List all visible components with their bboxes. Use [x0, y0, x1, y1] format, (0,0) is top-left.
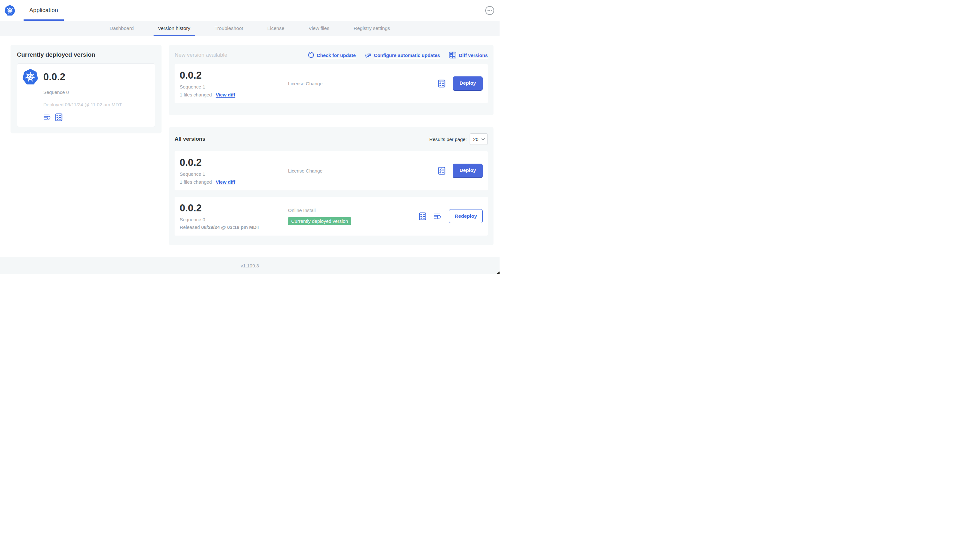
console-version: v1.109.3	[240, 263, 259, 268]
new-version-row: 0.0.2 Sequence 1 1 files changed View di…	[175, 64, 488, 103]
results-per-page-label: Results per page:	[429, 136, 467, 142]
preflight-checks-icon-button[interactable]	[438, 79, 446, 88]
schedule-update-icon	[365, 52, 371, 59]
logs-icon	[434, 212, 442, 220]
app-subnav: Dashboard Version history Troubleshoot L…	[0, 21, 500, 36]
version-row: 0.0.2 Sequence 1 1 files changed View di…	[175, 151, 488, 190]
diff-icon	[449, 52, 456, 59]
currently-deployed-badge: Currently deployed version	[288, 217, 351, 225]
redeploy-button[interactable]: Redeploy	[449, 209, 483, 223]
preflight-checks-icon-button[interactable]	[418, 212, 427, 221]
configure-automatic-updates-link[interactable]: Configure automatic updates	[365, 52, 440, 59]
kots-admin-console: Application Dashboard Version history Tr…	[0, 0, 500, 274]
top-bar: Application	[0, 0, 500, 21]
app-icon	[22, 69, 38, 85]
check-for-update-link[interactable]: Check for update	[308, 52, 356, 58]
refresh-icon	[308, 52, 314, 58]
checklist-icon	[438, 167, 446, 175]
version-history-page: Currently deployed version 0.0.2 Sequenc…	[0, 36, 500, 257]
files-changed-label: 1 files changed	[180, 179, 212, 185]
tab-license[interactable]: License	[263, 21, 289, 36]
new-version-title: New version available	[175, 52, 227, 58]
released-timestamp: Released 08/29/24 @ 03:18 pm MDT	[180, 224, 288, 230]
files-changed-label: 1 files changed	[180, 92, 212, 97]
diff-versions-link[interactable]: Diff versions	[449, 52, 488, 59]
tab-registry-settings[interactable]: Registry settings	[349, 21, 395, 36]
sequence-label: Sequence 1	[180, 171, 288, 177]
all-versions-title: All versions	[175, 136, 205, 142]
sequence-label: Sequence 1	[180, 84, 288, 89]
chevron-down-icon	[481, 138, 485, 140]
right-column: New version available Check for update	[169, 45, 493, 245]
deployed-version-card: 0.0.2 Sequence 0 Deployed 09/11/24 @ 11:…	[17, 63, 155, 127]
checklist-icon	[54, 113, 63, 122]
logs-icon	[43, 113, 52, 121]
version-label: 0.0.2	[180, 203, 288, 214]
tab-version-history[interactable]: Version history	[154, 21, 195, 36]
version-label: 0.0.2	[180, 157, 288, 168]
checklist-icon	[438, 79, 446, 88]
currently-deployed-panel: Currently deployed version 0.0.2 Sequenc…	[11, 45, 162, 133]
view-diff-link[interactable]: View diff	[216, 179, 235, 185]
deployed-timestamp: Deployed 09/11/24 @ 11:02 am MDT	[43, 102, 150, 107]
all-versions-panel: All versions Results per page: 20 0.0.2 …	[169, 127, 493, 245]
preflight-checks-icon-button[interactable]	[438, 167, 446, 175]
page-footer: v1.109.3	[0, 257, 500, 274]
version-source-label: License Change	[288, 168, 438, 173]
deploy-logs-icon-button[interactable]	[43, 113, 52, 121]
deployed-version-label: 0.0.2	[43, 71, 65, 83]
checklist-icon	[418, 212, 427, 221]
results-per-page-select[interactable]: 20	[469, 133, 488, 145]
version-source-label: License Change	[288, 81, 438, 86]
tab-dashboard[interactable]: Dashboard	[105, 21, 138, 36]
tab-troubleshoot[interactable]: Troubleshoot	[210, 21, 248, 36]
deploy-button[interactable]: Deploy	[453, 163, 483, 178]
ellipsis-icon	[487, 10, 492, 11]
preflight-checks-icon-button[interactable]	[54, 113, 63, 122]
deployed-sequence: Sequence 0	[43, 89, 150, 95]
currently-deployed-title: Currently deployed version	[17, 51, 155, 58]
deploy-logs-icon-button[interactable]	[434, 212, 442, 220]
kubernetes-logo-icon	[5, 3, 15, 17]
sequence-label: Sequence 0	[180, 217, 288, 222]
version-label: 0.0.2	[180, 70, 288, 81]
version-row: 0.0.2 Sequence 0 Released 08/29/24 @ 03:…	[175, 197, 488, 236]
app-title: Application	[29, 7, 58, 14]
new-version-panel: New version available Check for update	[169, 45, 493, 115]
tab-view-files[interactable]: View files	[304, 21, 334, 36]
view-diff-link[interactable]: View diff	[216, 92, 235, 97]
version-source-label: Online Install	[288, 208, 418, 213]
more-menu-button[interactable]	[485, 6, 494, 15]
deploy-button[interactable]: Deploy	[453, 76, 483, 91]
app-tab[interactable]: Application	[24, 0, 64, 21]
